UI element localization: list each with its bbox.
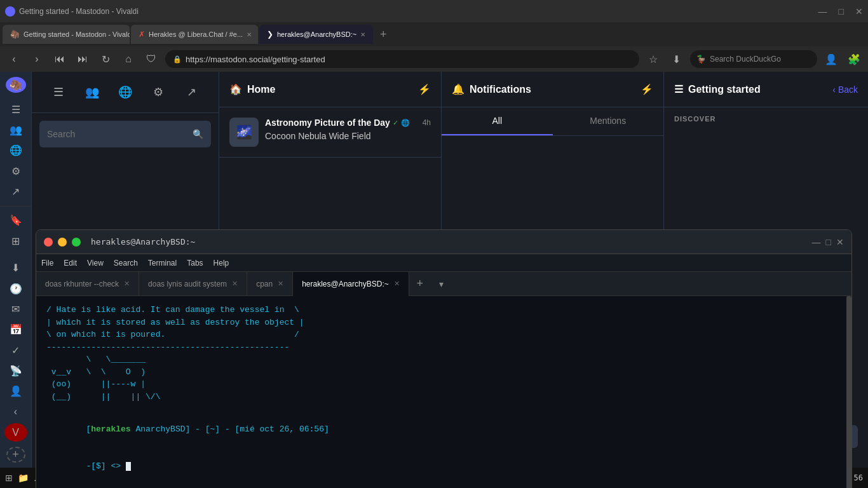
prompt-host: AnarchyBSD <box>135 424 185 434</box>
search-bar[interactable]: 🦆 Search DuckDuckGo <box>690 50 817 68</box>
tab-close-icon[interactable]: ✕ <box>232 280 238 288</box>
terminal-tab-cpan[interactable]: cpan ✕ <box>247 272 293 296</box>
traffic-light-red[interactable] <box>44 238 53 247</box>
close-button[interactable]: ✕ <box>855 6 863 17</box>
back-button[interactable]: ‹ <box>5 50 23 68</box>
forward-button[interactable]: › <box>28 50 46 68</box>
reload-button[interactable]: ↻ <box>97 50 114 68</box>
terminal-body[interactable]: / Hate is like acid. It can damage the v… <box>36 296 851 488</box>
address-bar[interactable]: 🔒 https://mastodon.social/getting-starte… <box>165 50 639 68</box>
skip-back-button[interactable]: ⏮ <box>51 50 69 68</box>
home-panel-header: 🏠 Home ⚡ <box>219 72 441 107</box>
menu-file[interactable]: File <box>41 259 53 268</box>
terminal-menu: File Edit View Search Terminal Tabs Help <box>36 254 851 272</box>
maximize-icon[interactable]: □ <box>826 237 831 247</box>
sidebar-arrow-left-icon[interactable]: ‹ <box>4 403 27 421</box>
browser-tabs: 🦣 Getting started - Mastodon - Vivaldi ✕… <box>0 22 868 46</box>
menu-help[interactable]: Help <box>214 259 229 268</box>
home-settings-icon[interactable]: ⚡ <box>418 83 431 95</box>
home-panel-title: 🏠 Home <box>229 83 275 95</box>
home-icon: 🏠 <box>229 83 242 95</box>
terminal-scrollbar-thumb[interactable] <box>846 296 851 488</box>
getting-started-header: ☰ Getting started ‹ Back <box>664 72 868 107</box>
terminal-tab-lynis[interactable]: doas lynis audit system ✕ <box>139 272 247 296</box>
sidebar-calendar-icon[interactable]: 📅 <box>4 321 27 339</box>
sidebar-clock-icon[interactable]: 🕐 <box>4 280 27 297</box>
menu-search[interactable]: Search <box>114 259 138 268</box>
new-tab-button[interactable]: + <box>374 25 392 43</box>
menu-tabs[interactable]: Tabs <box>187 259 203 268</box>
sidebar-rss-icon[interactable]: 📡 <box>4 362 27 379</box>
post-avatar: 🌌 <box>229 118 259 147</box>
nav-settings-icon[interactable]: ⚙ <box>146 79 171 105</box>
terminal-prompt-line1: [herakles AnarchyBSD] - [~] - [mié oct 2… <box>46 410 841 448</box>
tab-close-icon[interactable]: ✕ <box>247 31 252 38</box>
notifications-header: 🔔 Notifications ⚡ <box>442 72 663 107</box>
search-box[interactable]: 🔍 <box>39 121 211 147</box>
browser-titlebar: Getting started - Mastodon - Vivaldi — □… <box>0 0 868 22</box>
sidebar-menu-icon[interactable]: ☰ <box>4 100 27 118</box>
maximize-button[interactable]: □ <box>839 6 844 17</box>
taskbar-files-icon[interactable]: 📁 <box>18 473 29 483</box>
extensions-button[interactable]: 🧩 <box>845 50 863 68</box>
notif-tab-all[interactable]: All <box>442 107 553 135</box>
sidebar-mail-icon[interactable]: ✉ <box>4 300 27 318</box>
terminal-tab-home[interactable]: herakles@AnarchyBSD:~ ✕ <box>293 272 409 296</box>
terminal-scrollbar[interactable] <box>846 296 851 488</box>
mastodon-logo[interactable]: 🦣 <box>6 77 26 93</box>
taskbar-apps-icon[interactable]: ⊞ <box>5 473 13 483</box>
skip-forward-button[interactable]: ⏭ <box>74 50 92 68</box>
search-engine-icon: 🦆 <box>696 55 706 64</box>
nav-people-icon[interactable]: 👥 <box>79 79 105 105</box>
menu-terminal[interactable]: Terminal <box>148 259 177 268</box>
sidebar-profile-icon[interactable]: 👤 <box>4 383 27 400</box>
sidebar-bookmark-icon[interactable]: 🔖 <box>4 212 27 229</box>
close-icon[interactable]: ✕ <box>836 237 844 247</box>
terminal-new-tab-button[interactable]: + <box>409 272 431 296</box>
terminal-line-cow3: (oo) ||----w | <box>46 378 841 391</box>
verified-icon: ✓ <box>393 119 398 127</box>
shield-button[interactable]: 🛡 <box>142 50 160 68</box>
terminal-line-separator-top: / Hate is like acid. It can damage the v… <box>46 304 841 316</box>
sidebar-vivaldi-icon[interactable]: V <box>4 423 27 441</box>
prompt-dash: - [~] - [ <box>190 424 240 434</box>
sidebar-settings-icon[interactable]: ⚙ <box>4 162 27 180</box>
back-button[interactable]: ‹ Back <box>832 85 858 95</box>
sidebar-check-icon[interactable]: ✓ <box>4 341 27 359</box>
sidebar-add-button[interactable]: + <box>6 447 25 463</box>
bookmark-button[interactable]: ☆ <box>644 50 662 68</box>
home-button[interactable]: ⌂ <box>119 50 137 68</box>
nav-menu-icon[interactable]: ☰ <box>46 79 71 105</box>
nav-globe-icon[interactable]: 🌐 <box>112 79 138 105</box>
profile-button[interactable]: 👤 <box>822 50 840 68</box>
terminal-tab-rkhunter[interactable]: doas rkhunter --check ✕ <box>36 272 139 296</box>
tab-close-icon[interactable]: ✕ <box>278 280 283 288</box>
chevron-left-icon: ‹ <box>832 85 836 95</box>
sidebar-download-icon[interactable]: ⬇ <box>4 259 27 277</box>
sidebar-share-icon[interactable]: ↗ <box>4 182 27 200</box>
notifications-settings-icon[interactable]: ⚡ <box>641 83 653 95</box>
search-input[interactable] <box>47 129 193 139</box>
notif-tab-mentions[interactable]: Mentions <box>553 107 664 135</box>
sidebar-layout-icon[interactable]: ⊞ <box>4 232 27 250</box>
nav-share-icon[interactable]: ↗ <box>179 79 205 105</box>
tab-close-icon[interactable]: ✕ <box>394 280 400 288</box>
browser-tab-mastodon[interactable]: 🦣 Getting started - Mastodon - Vivaldi ✕ <box>3 25 130 44</box>
minimize-button[interactable]: — <box>818 6 827 17</box>
terminal-tab-more-button[interactable]: ▾ <box>431 272 452 296</box>
menu-view[interactable]: View <box>87 259 104 268</box>
lock-icon: 🔒 <box>173 55 182 64</box>
tab-close-icon[interactable]: ✕ <box>360 31 365 38</box>
traffic-light-green[interactable] <box>72 238 81 247</box>
terminal-titlebar: herakles@AnarchyBSD:~ — □ ✕ <box>36 230 851 254</box>
sidebar-globe-icon[interactable]: 🌐 <box>4 142 27 159</box>
minimize-icon[interactable]: — <box>812 237 821 247</box>
sidebar-people-icon[interactable]: 👥 <box>4 121 27 139</box>
menu-edit[interactable]: Edit <box>64 259 77 268</box>
traffic-light-yellow[interactable] <box>58 238 67 247</box>
browser-tab-terminal[interactable]: ❯ herakles@AnarchyBSD:~ ✕ <box>259 25 373 44</box>
terminal-tabs: doas rkhunter --check ✕ doas lynis audit… <box>36 272 851 296</box>
browser-tab-libera[interactable]: ✗ Herakles @ Libera.Chat / #e... ✕ <box>131 25 258 44</box>
downloads-button[interactable]: ⬇ <box>667 50 685 68</box>
tab-close-icon[interactable]: ✕ <box>124 280 130 288</box>
